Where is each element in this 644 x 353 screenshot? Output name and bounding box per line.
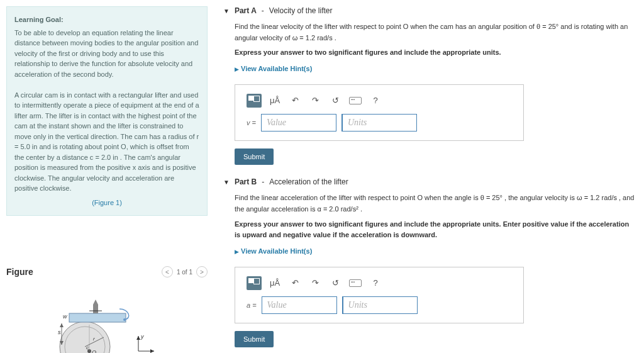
svg-text:s: s: [58, 329, 61, 335]
part-a-label: Part A: [235, 6, 257, 15]
svg-text:c: c: [86, 345, 89, 350]
triangle-right-icon: ▶: [235, 66, 239, 72]
svg-text:r: r: [93, 336, 95, 342]
special-chars-icon[interactable]: μÅ: [268, 94, 282, 108]
svg-marker-18: [60, 323, 64, 327]
learning-goal-title: Learning Goal:: [14, 14, 199, 25]
part-a-units-input[interactable]: Units: [341, 114, 417, 132]
svg-text:O: O: [92, 349, 96, 353]
figure-next-button[interactable]: >: [196, 266, 208, 277]
svg-marker-21: [150, 349, 154, 353]
part-a-header[interactable]: ▼ Part A - Velocity of the lifter: [223, 6, 635, 15]
part-a-value-input[interactable]: Value: [261, 114, 336, 132]
part-b-prompt2: Express your answer to two significant f…: [235, 219, 635, 241]
template-icon[interactable]: [247, 94, 262, 108]
part-a-prompt2: Express your answer to two significant f…: [235, 47, 635, 59]
undo-icon[interactable]: ↶: [288, 276, 302, 290]
special-chars-icon[interactable]: μÅ: [268, 276, 282, 290]
redo-icon[interactable]: ↷: [308, 276, 322, 290]
help-icon[interactable]: ?: [369, 94, 382, 108]
svg-marker-24: [136, 336, 140, 340]
undo-icon[interactable]: ↶: [288, 94, 302, 108]
learning-goal-panel: Learning Goal: To be able to develop an …: [6, 6, 208, 216]
part-a-submit-button[interactable]: Submit: [235, 148, 274, 165]
part-b-units-input[interactable]: Units: [342, 296, 418, 314]
part-b-hints-link[interactable]: ▶View Available Hint(s): [235, 246, 312, 257]
figure-diagram: O r c θ w ω, α s: [6, 287, 208, 353]
caret-down-icon: ▼: [223, 179, 230, 186]
part-b-label: Part B: [235, 177, 257, 186]
part-a-hints-link[interactable]: ▶View Available Hint(s): [235, 64, 312, 75]
part-a-subtitle: Velocity of the lifter: [269, 6, 333, 15]
part-a: ▼ Part A - Velocity of the lifter Find t…: [223, 6, 635, 165]
reset-icon[interactable]: ↺: [328, 94, 342, 108]
help-icon[interactable]: ?: [369, 276, 382, 290]
part-b-subtitle: Acceleration of the lifter: [269, 177, 348, 186]
part-b-answer-box: μÅ ↶ ↷ ↺ ? a = Value Units: [235, 267, 524, 323]
keyboard-icon[interactable]: [348, 276, 362, 290]
part-a-variable: v =: [247, 118, 256, 129]
learning-goal-para2: A circular cam is in contact with a rect…: [14, 90, 199, 194]
keyboard-icon[interactable]: [348, 94, 362, 108]
reset-icon[interactable]: ↺: [328, 276, 342, 290]
part-b-value-input[interactable]: Value: [262, 296, 337, 314]
caret-down-icon: ▼: [223, 8, 230, 14]
figure-link[interactable]: (Figure 1): [14, 198, 199, 208]
svg-text:w: w: [63, 313, 67, 320]
svg-point-13: [123, 318, 126, 321]
svg-rect-9: [69, 313, 126, 322]
svg-text:y: y: [140, 333, 144, 340]
figure-section-title: Figure: [6, 267, 33, 277]
part-a-prompt1: Find the linear velocity of the lifter w…: [235, 21, 635, 43]
part-b-variable: a =: [247, 300, 257, 311]
triangle-right-icon: ▶: [235, 249, 239, 255]
part-b: ▼ Part B - Acceleration of the lifter Fi…: [223, 177, 635, 347]
part-b-header[interactable]: ▼ Part B - Acceleration of the lifter: [223, 177, 635, 186]
part-b-prompt1: Find the linear acceleration of the lift…: [235, 193, 635, 215]
part-a-answer-box: μÅ ↶ ↷ ↺ ? v = Value Units: [235, 84, 524, 141]
svg-rect-11: [93, 305, 98, 313]
part-b-submit-button[interactable]: Submit: [235, 331, 274, 347]
learning-goal-para1: To be able to develop an equation relati…: [14, 28, 199, 80]
figure-prev-button[interactable]: <: [162, 266, 173, 277]
template-icon[interactable]: [247, 276, 262, 290]
figure-counter: 1 of 1: [177, 269, 192, 276]
redo-icon[interactable]: ↷: [308, 94, 322, 108]
